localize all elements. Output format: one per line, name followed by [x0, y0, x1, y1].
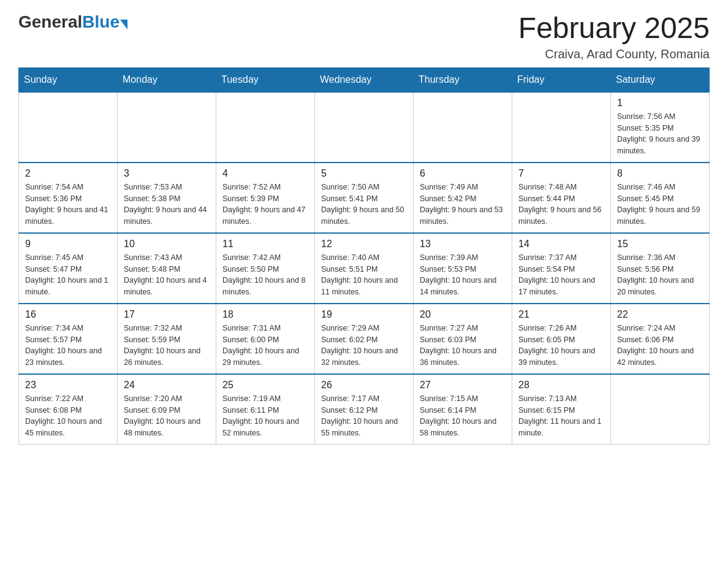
- calendar-cell: 6Sunrise: 7:49 AMSunset: 5:42 PMDaylight…: [414, 163, 512, 233]
- col-header-friday: Friday: [512, 67, 611, 92]
- day-number: 15: [617, 239, 703, 250]
- day-number: 11: [222, 239, 308, 250]
- page-header: General Blue February 2025 Craiva, Arad …: [18, 12, 710, 61]
- logo-triangle-icon: [120, 20, 127, 29]
- day-number: 2: [25, 168, 111, 179]
- day-info: Sunrise: 7:42 AMSunset: 5:50 PMDaylight:…: [222, 252, 308, 298]
- day-number: 24: [124, 380, 210, 391]
- day-info: Sunrise: 7:24 AMSunset: 6:06 PMDaylight:…: [617, 323, 703, 369]
- calendar-cell: 27Sunrise: 7:15 AMSunset: 6:14 PMDayligh…: [414, 374, 512, 445]
- logo-text-blue: Blue: [82, 12, 119, 32]
- col-header-thursday: Thursday: [414, 67, 512, 92]
- calendar-cell: 1Sunrise: 7:56 AMSunset: 5:35 PMDaylight…: [611, 92, 710, 163]
- calendar-cell: 24Sunrise: 7:20 AMSunset: 6:09 PMDayligh…: [118, 374, 216, 445]
- calendar-cell: 9Sunrise: 7:45 AMSunset: 5:47 PMDaylight…: [19, 233, 118, 304]
- calendar-cell: 14Sunrise: 7:37 AMSunset: 5:54 PMDayligh…: [512, 233, 611, 304]
- day-info: Sunrise: 7:46 AMSunset: 5:45 PMDaylight:…: [617, 182, 703, 228]
- day-info: Sunrise: 7:50 AMSunset: 5:41 PMDaylight:…: [321, 182, 407, 228]
- day-info: Sunrise: 7:49 AMSunset: 5:42 PMDaylight:…: [420, 182, 506, 228]
- week-row-1: 1Sunrise: 7:56 AMSunset: 5:35 PMDaylight…: [19, 92, 710, 163]
- day-info: Sunrise: 7:31 AMSunset: 6:00 PMDaylight:…: [222, 323, 308, 369]
- day-number: 3: [124, 168, 210, 179]
- day-number: 26: [321, 380, 407, 391]
- day-number: 10: [124, 239, 210, 250]
- calendar-cell: 8Sunrise: 7:46 AMSunset: 5:45 PMDaylight…: [611, 163, 710, 233]
- col-header-wednesday: Wednesday: [315, 67, 414, 92]
- logo: General Blue: [18, 12, 127, 32]
- col-header-monday: Monday: [118, 67, 216, 92]
- day-info: Sunrise: 7:37 AMSunset: 5:54 PMDaylight:…: [518, 252, 604, 298]
- day-number: 23: [25, 380, 111, 391]
- calendar-cell: [118, 92, 216, 163]
- day-number: 7: [518, 168, 604, 179]
- calendar-cell: 17Sunrise: 7:32 AMSunset: 5:59 PMDayligh…: [118, 304, 216, 374]
- week-row-4: 16Sunrise: 7:34 AMSunset: 5:57 PMDayligh…: [19, 304, 710, 374]
- col-header-sunday: Sunday: [19, 67, 118, 92]
- day-info: Sunrise: 7:53 AMSunset: 5:38 PMDaylight:…: [124, 182, 210, 228]
- calendar-cell: 21Sunrise: 7:26 AMSunset: 6:05 PMDayligh…: [512, 304, 611, 374]
- calendar-cell: 2Sunrise: 7:54 AMSunset: 5:36 PMDaylight…: [19, 163, 118, 233]
- calendar-cell: 28Sunrise: 7:13 AMSunset: 6:15 PMDayligh…: [512, 374, 611, 445]
- calendar-cell: 18Sunrise: 7:31 AMSunset: 6:00 PMDayligh…: [216, 304, 315, 374]
- day-info: Sunrise: 7:29 AMSunset: 6:02 PMDaylight:…: [321, 323, 407, 369]
- day-number: 9: [25, 239, 111, 250]
- week-row-3: 9Sunrise: 7:45 AMSunset: 5:47 PMDaylight…: [19, 233, 710, 304]
- day-number: 28: [518, 380, 604, 391]
- col-header-tuesday: Tuesday: [216, 67, 315, 92]
- logo-text-general: General: [18, 12, 82, 32]
- day-info: Sunrise: 7:52 AMSunset: 5:39 PMDaylight:…: [222, 182, 308, 228]
- day-info: Sunrise: 7:26 AMSunset: 6:05 PMDaylight:…: [518, 323, 604, 369]
- day-info: Sunrise: 7:54 AMSunset: 5:36 PMDaylight:…: [25, 182, 111, 228]
- day-info: Sunrise: 7:19 AMSunset: 6:11 PMDaylight:…: [222, 393, 308, 439]
- day-number: 13: [420, 239, 506, 250]
- day-info: Sunrise: 7:40 AMSunset: 5:51 PMDaylight:…: [321, 252, 407, 298]
- calendar-cell: 12Sunrise: 7:40 AMSunset: 5:51 PMDayligh…: [315, 233, 414, 304]
- calendar-cell: [414, 92, 512, 163]
- day-info: Sunrise: 7:43 AMSunset: 5:48 PMDaylight:…: [124, 252, 210, 298]
- calendar-cell: 20Sunrise: 7:27 AMSunset: 6:03 PMDayligh…: [414, 304, 512, 374]
- day-info: Sunrise: 7:17 AMSunset: 6:12 PMDaylight:…: [321, 393, 407, 439]
- day-number: 21: [518, 309, 604, 320]
- day-number: 19: [321, 309, 407, 320]
- day-info: Sunrise: 7:39 AMSunset: 5:53 PMDaylight:…: [420, 252, 506, 298]
- title-section: February 2025 Craiva, Arad County, Roman…: [518, 12, 710, 61]
- calendar-table: SundayMondayTuesdayWednesdayThursdayFrid…: [18, 67, 710, 445]
- col-header-saturday: Saturday: [611, 67, 710, 92]
- calendar-cell: 19Sunrise: 7:29 AMSunset: 6:02 PMDayligh…: [315, 304, 414, 374]
- day-number: 27: [420, 380, 506, 391]
- calendar-cell: 4Sunrise: 7:52 AMSunset: 5:39 PMDaylight…: [216, 163, 315, 233]
- day-number: 12: [321, 239, 407, 250]
- location-subtitle: Craiva, Arad County, Romania: [518, 47, 710, 61]
- calendar-cell: 7Sunrise: 7:48 AMSunset: 5:44 PMDaylight…: [512, 163, 611, 233]
- calendar-cell: 11Sunrise: 7:42 AMSunset: 5:50 PMDayligh…: [216, 233, 315, 304]
- day-number: 18: [222, 309, 308, 320]
- day-number: 20: [420, 309, 506, 320]
- day-number: 14: [518, 239, 604, 250]
- day-number: 4: [222, 168, 308, 179]
- calendar-cell: 23Sunrise: 7:22 AMSunset: 6:08 PMDayligh…: [19, 374, 118, 445]
- calendar-cell: 15Sunrise: 7:36 AMSunset: 5:56 PMDayligh…: [611, 233, 710, 304]
- day-number: 1: [617, 98, 703, 109]
- day-number: 8: [617, 168, 703, 179]
- calendar-header-row: SundayMondayTuesdayWednesdayThursdayFrid…: [19, 67, 710, 92]
- day-number: 22: [617, 309, 703, 320]
- day-number: 5: [321, 168, 407, 179]
- calendar-cell: 5Sunrise: 7:50 AMSunset: 5:41 PMDaylight…: [315, 163, 414, 233]
- day-info: Sunrise: 7:27 AMSunset: 6:03 PMDaylight:…: [420, 323, 506, 369]
- day-info: Sunrise: 7:13 AMSunset: 6:15 PMDaylight:…: [518, 393, 604, 439]
- week-row-2: 2Sunrise: 7:54 AMSunset: 5:36 PMDaylight…: [19, 163, 710, 233]
- day-info: Sunrise: 7:45 AMSunset: 5:47 PMDaylight:…: [25, 252, 111, 298]
- day-number: 6: [420, 168, 506, 179]
- day-info: Sunrise: 7:34 AMSunset: 5:57 PMDaylight:…: [25, 323, 111, 369]
- day-number: 16: [25, 309, 111, 320]
- calendar-cell: [216, 92, 315, 163]
- day-info: Sunrise: 7:32 AMSunset: 5:59 PMDaylight:…: [124, 323, 210, 369]
- calendar-cell: 3Sunrise: 7:53 AMSunset: 5:38 PMDaylight…: [118, 163, 216, 233]
- calendar-cell: 26Sunrise: 7:17 AMSunset: 6:12 PMDayligh…: [315, 374, 414, 445]
- calendar-cell: [611, 374, 710, 445]
- day-number: 25: [222, 380, 308, 391]
- calendar-cell: 22Sunrise: 7:24 AMSunset: 6:06 PMDayligh…: [611, 304, 710, 374]
- month-title: February 2025: [518, 12, 710, 45]
- day-info: Sunrise: 7:20 AMSunset: 6:09 PMDaylight:…: [124, 393, 210, 439]
- calendar-cell: [19, 92, 118, 163]
